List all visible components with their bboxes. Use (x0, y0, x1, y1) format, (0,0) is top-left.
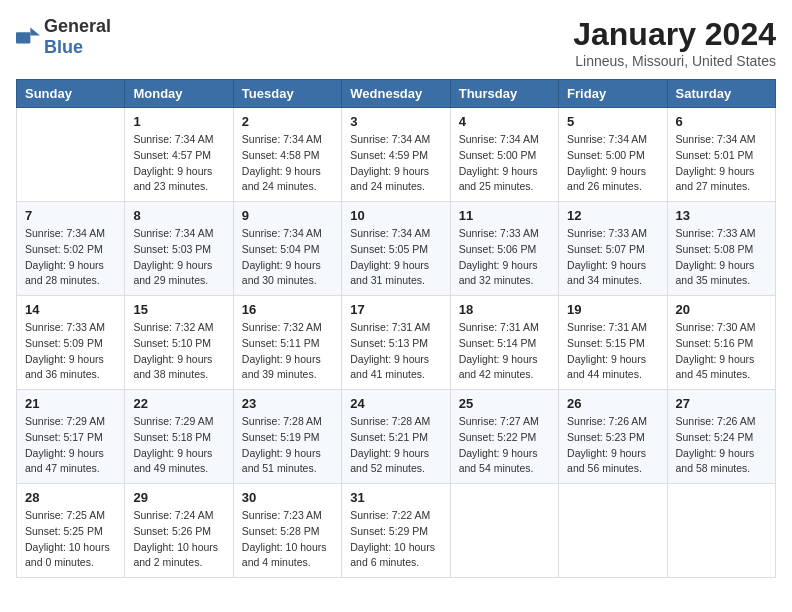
svg-rect-0 (16, 32, 30, 43)
logo-text: General Blue (44, 16, 111, 58)
day-number: 23 (242, 396, 333, 411)
calendar-cell: 3 Sunrise: 7:34 AM Sunset: 4:59 PM Dayli… (342, 108, 450, 202)
sunrise-time: Sunrise: 7:33 AM (567, 227, 647, 239)
sunrise-time: Sunrise: 7:32 AM (133, 321, 213, 333)
sunset-time: Sunset: 5:01 PM (676, 149, 754, 161)
sunrise-time: Sunrise: 7:33 AM (25, 321, 105, 333)
day-info: Sunrise: 7:34 AM Sunset: 5:03 PM Dayligh… (133, 226, 224, 289)
day-number: 7 (25, 208, 116, 223)
page-header: General Blue January 2024 Linneus, Misso… (16, 16, 776, 69)
day-info: Sunrise: 7:34 AM Sunset: 5:04 PM Dayligh… (242, 226, 333, 289)
day-number: 29 (133, 490, 224, 505)
day-number: 14 (25, 302, 116, 317)
daylight-hours: Daylight: 9 hours and 25 minutes. (459, 165, 538, 193)
daylight-hours: Daylight: 9 hours and 29 minutes. (133, 259, 212, 287)
calendar-cell: 15 Sunrise: 7:32 AM Sunset: 5:10 PM Dayl… (125, 296, 233, 390)
sunset-time: Sunset: 5:06 PM (459, 243, 537, 255)
sunrise-time: Sunrise: 7:34 AM (676, 133, 756, 145)
day-number: 22 (133, 396, 224, 411)
day-number: 2 (242, 114, 333, 129)
daylight-hours: Daylight: 9 hours and 47 minutes. (25, 447, 104, 475)
daylight-hours: Daylight: 9 hours and 56 minutes. (567, 447, 646, 475)
sunset-time: Sunset: 5:16 PM (676, 337, 754, 349)
sunset-time: Sunset: 5:09 PM (25, 337, 103, 349)
calendar-cell (667, 484, 775, 578)
sunrise-time: Sunrise: 7:34 AM (350, 227, 430, 239)
sunset-time: Sunset: 5:07 PM (567, 243, 645, 255)
day-info: Sunrise: 7:31 AM Sunset: 5:13 PM Dayligh… (350, 320, 441, 383)
calendar-week-4: 21 Sunrise: 7:29 AM Sunset: 5:17 PM Dayl… (17, 390, 776, 484)
calendar-cell: 29 Sunrise: 7:24 AM Sunset: 5:26 PM Dayl… (125, 484, 233, 578)
daylight-hours: Daylight: 9 hours and 27 minutes. (676, 165, 755, 193)
calendar-table: Sunday Monday Tuesday Wednesday Thursday… (16, 79, 776, 578)
calendar-cell: 20 Sunrise: 7:30 AM Sunset: 5:16 PM Dayl… (667, 296, 775, 390)
day-info: Sunrise: 7:26 AM Sunset: 5:24 PM Dayligh… (676, 414, 767, 477)
calendar-cell (559, 484, 667, 578)
day-info: Sunrise: 7:26 AM Sunset: 5:23 PM Dayligh… (567, 414, 658, 477)
day-info: Sunrise: 7:32 AM Sunset: 5:11 PM Dayligh… (242, 320, 333, 383)
calendar-cell: 25 Sunrise: 7:27 AM Sunset: 5:22 PM Dayl… (450, 390, 558, 484)
sunset-time: Sunset: 5:22 PM (459, 431, 537, 443)
day-number: 16 (242, 302, 333, 317)
calendar-week-1: 1 Sunrise: 7:34 AM Sunset: 4:57 PM Dayli… (17, 108, 776, 202)
daylight-hours: Daylight: 9 hours and 23 minutes. (133, 165, 212, 193)
daylight-hours: Daylight: 9 hours and 34 minutes. (567, 259, 646, 287)
daylight-hours: Daylight: 9 hours and 54 minutes. (459, 447, 538, 475)
sunset-time: Sunset: 5:21 PM (350, 431, 428, 443)
sunset-time: Sunset: 4:59 PM (350, 149, 428, 161)
day-number: 8 (133, 208, 224, 223)
sunset-time: Sunset: 5:00 PM (567, 149, 645, 161)
calendar-cell: 16 Sunrise: 7:32 AM Sunset: 5:11 PM Dayl… (233, 296, 341, 390)
sunrise-time: Sunrise: 7:23 AM (242, 509, 322, 521)
day-number: 10 (350, 208, 441, 223)
day-info: Sunrise: 7:33 AM Sunset: 5:09 PM Dayligh… (25, 320, 116, 383)
sunset-time: Sunset: 5:10 PM (133, 337, 211, 349)
day-number: 30 (242, 490, 333, 505)
calendar-cell: 17 Sunrise: 7:31 AM Sunset: 5:13 PM Dayl… (342, 296, 450, 390)
calendar-cell: 10 Sunrise: 7:34 AM Sunset: 5:05 PM Dayl… (342, 202, 450, 296)
day-info: Sunrise: 7:32 AM Sunset: 5:10 PM Dayligh… (133, 320, 224, 383)
sunset-time: Sunset: 5:25 PM (25, 525, 103, 537)
header-saturday: Saturday (667, 80, 775, 108)
sunset-time: Sunset: 5:04 PM (242, 243, 320, 255)
calendar-cell: 27 Sunrise: 7:26 AM Sunset: 5:24 PM Dayl… (667, 390, 775, 484)
day-info: Sunrise: 7:34 AM Sunset: 5:00 PM Dayligh… (567, 132, 658, 195)
daylight-hours: Daylight: 9 hours and 35 minutes. (676, 259, 755, 287)
day-number: 17 (350, 302, 441, 317)
day-info: Sunrise: 7:34 AM Sunset: 5:00 PM Dayligh… (459, 132, 550, 195)
day-info: Sunrise: 7:29 AM Sunset: 5:17 PM Dayligh… (25, 414, 116, 477)
sunrise-time: Sunrise: 7:26 AM (567, 415, 647, 427)
daylight-hours: Daylight: 9 hours and 32 minutes. (459, 259, 538, 287)
day-number: 12 (567, 208, 658, 223)
daylight-hours: Daylight: 10 hours and 4 minutes. (242, 541, 327, 569)
sunset-time: Sunset: 5:11 PM (242, 337, 320, 349)
sunrise-time: Sunrise: 7:28 AM (242, 415, 322, 427)
day-info: Sunrise: 7:31 AM Sunset: 5:15 PM Dayligh… (567, 320, 658, 383)
day-info: Sunrise: 7:34 AM Sunset: 4:57 PM Dayligh… (133, 132, 224, 195)
day-info: Sunrise: 7:28 AM Sunset: 5:19 PM Dayligh… (242, 414, 333, 477)
sunset-time: Sunset: 5:15 PM (567, 337, 645, 349)
daylight-hours: Daylight: 10 hours and 0 minutes. (25, 541, 110, 569)
calendar-cell: 26 Sunrise: 7:26 AM Sunset: 5:23 PM Dayl… (559, 390, 667, 484)
calendar-cell: 11 Sunrise: 7:33 AM Sunset: 5:06 PM Dayl… (450, 202, 558, 296)
day-number: 6 (676, 114, 767, 129)
daylight-hours: Daylight: 9 hours and 58 minutes. (676, 447, 755, 475)
daylight-hours: Daylight: 9 hours and 39 minutes. (242, 353, 321, 381)
sunset-time: Sunset: 5:18 PM (133, 431, 211, 443)
day-info: Sunrise: 7:34 AM Sunset: 4:58 PM Dayligh… (242, 132, 333, 195)
title-section: January 2024 Linneus, Missouri, United S… (573, 16, 776, 69)
day-info: Sunrise: 7:34 AM Sunset: 5:05 PM Dayligh… (350, 226, 441, 289)
sunset-time: Sunset: 5:28 PM (242, 525, 320, 537)
calendar-cell: 22 Sunrise: 7:29 AM Sunset: 5:18 PM Dayl… (125, 390, 233, 484)
daylight-hours: Daylight: 10 hours and 6 minutes. (350, 541, 435, 569)
day-number: 20 (676, 302, 767, 317)
sunrise-time: Sunrise: 7:27 AM (459, 415, 539, 427)
logo-icon (16, 27, 40, 47)
sunrise-time: Sunrise: 7:34 AM (133, 227, 213, 239)
daylight-hours: Daylight: 9 hours and 28 minutes. (25, 259, 104, 287)
day-number: 21 (25, 396, 116, 411)
calendar-cell: 6 Sunrise: 7:34 AM Sunset: 5:01 PM Dayli… (667, 108, 775, 202)
logo: General Blue (16, 16, 111, 58)
sunrise-time: Sunrise: 7:32 AM (242, 321, 322, 333)
daylight-hours: Daylight: 9 hours and 30 minutes. (242, 259, 321, 287)
